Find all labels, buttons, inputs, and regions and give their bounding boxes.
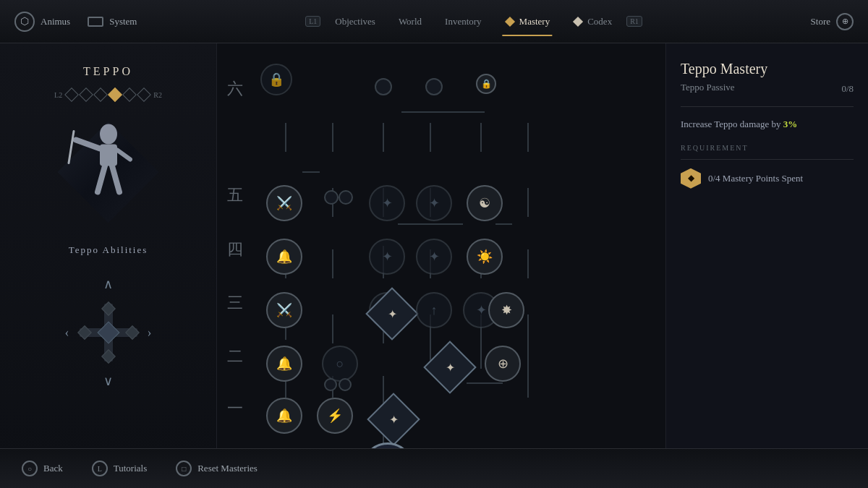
skill-node-5-col3[interactable]: ✦ [416,185,452,221]
skill-node-5-col4[interactable]: ☯ [467,185,503,221]
skill-node-1-col1[interactable]: 🔔 [266,398,302,434]
skill-node-5-sm1[interactable] [324,190,339,205]
skill-node-6-c2[interactable] [425,78,443,95]
skill-node-2-diamond[interactable]: ✦ [423,341,477,394]
skill-node-3-col1[interactable]: ⚔️ [266,292,302,328]
arrow-right-icon[interactable]: › [148,325,152,341]
reset-label: Reset Masteries [197,463,258,474]
skill-node-3-special[interactable]: ✦ [365,287,419,341]
skill-node-4-col2[interactable]: ✦ [369,239,405,275]
skill-node-4-col4[interactable]: ☀️ [467,239,503,275]
row-label-2: 二 [227,346,243,367]
animus-icon: ⬡ [14,12,35,32]
row-label-6: 六 [227,78,243,100]
passive-description: Increase Teppo damage by 3% [681,117,854,132]
skill-node-6-lock[interactable]: 🔒 [260,64,292,95]
world-label: World [399,16,422,27]
skill-node-3-star[interactable]: ✸ [488,292,524,328]
skill-node-5-col1[interactable]: ⚔️ [266,185,302,221]
skill-node-5-col2[interactable]: ✦ [369,185,405,221]
row-label-5: 五 [227,184,243,206]
mastery-dot-6[interactable] [137,87,151,102]
skill-node-2-col2[interactable]: ○ [322,346,358,382]
skill-node-6-lock2[interactable]: 🔒 [476,74,496,94]
row1-sm2[interactable] [339,378,352,391]
r2-tag: R2 [153,91,162,99]
arrow-left-icon[interactable]: ‹ [65,325,69,341]
character-label: Teppo Abilities [69,244,148,256]
codex-label: Codex [587,16,612,27]
mastery-dot-1[interactable] [64,87,79,102]
mastery-title: Teppo Mastery [681,61,854,77]
arrow-down-icon[interactable]: ∨ [103,374,113,388]
animus-nav-item[interactable]: ⬡ Animus [14,12,70,32]
skill-node-1-col2[interactable]: ⚡ [317,398,353,434]
store-button[interactable]: Store ⊕ [811,13,854,30]
objectives-label: Objectives [335,16,375,27]
row1-sm1[interactable] [324,378,337,391]
right-info-panel: Teppo Mastery Teppo Passive 0/8 Increase… [665,43,868,488]
left-character-panel: TEPPO L2 R2 [0,43,217,488]
store-icon: ⊕ [836,13,854,30]
skill-node-2-col4[interactable]: ⊕ [485,346,521,382]
skill-node-1-diamond[interactable]: ✦ [367,393,420,446]
skill-node-3-col3[interactable]: ↑ [416,292,452,328]
req-text: 0/4 Mastery Points Spent [708,173,803,184]
row-label-1: 一 [227,398,243,419]
vertical-nav-arrows: ∧ [103,278,113,291]
tutorials-label: Tutorials [114,463,147,474]
codex-tab[interactable]: Codex [564,13,621,30]
character-name: TEPPO [83,65,133,78]
skill-node-2-col1[interactable]: 🔔 [266,346,302,382]
tutorials-button[interactable]: L Tutorials [92,461,147,476]
nav-cross: ‹ › [72,296,145,369]
mastery-dots-row: L2 R2 [54,90,162,100]
mastery-label: Mastery [519,16,550,27]
mastery-dot-2[interactable] [79,87,93,102]
svg-line-6 [69,132,74,163]
skill-node-4-col1[interactable]: 🔔 [266,239,302,275]
mastery-tab[interactable]: Mastery [496,13,559,30]
l1-tag: L1 [305,16,320,27]
svg-point-0 [100,124,117,145]
character-portrait [51,114,166,230]
svg-line-3 [117,150,130,160]
world-tab[interactable]: World [390,13,430,30]
skill-node-4-col3[interactable]: ✦ [416,239,452,275]
nav-left-group: ⬡ Animus System [14,12,137,32]
row-label-3: 三 [227,292,243,314]
character-figure [65,120,152,225]
tutorials-icon: L [92,461,108,476]
mastery-dot-5[interactable] [122,87,137,102]
row-label-4: 四 [227,239,243,260]
l2-tag: L2 [54,91,62,99]
panel-divider-1 [681,106,854,107]
store-label: Store [811,16,830,27]
inventory-tab[interactable]: Inventory [436,13,490,30]
back-label: Back [43,463,63,474]
codex-diamond-icon [573,16,583,26]
vertical-nav-arrows-down: ∨ [103,374,113,388]
mastery-dot-3[interactable] [93,87,108,102]
passive-progress: 0/8 [841,83,854,95]
req-divider [681,159,854,160]
mastery-diamond-icon [505,16,515,26]
nav-right-group: Store ⊕ [811,13,854,30]
arrow-up-icon[interactable]: ∧ [103,278,113,291]
root-mastery-node[interactable]: 習得 [362,442,414,448]
svg-line-2 [76,140,100,149]
system-icon [88,17,103,27]
skill-tree-area: 六 五 四 三 二 一 🔒 🔒 ⚔️ ✦ ✦ ☯ 🔔 ✦ ✦ ☀️ ⚔️ [217,43,637,448]
objectives-tab[interactable]: Objectives [326,13,384,30]
reset-masteries-button[interactable]: □ Reset Masteries [176,461,258,476]
inventory-label: Inventory [445,16,482,27]
r1-tag: R1 [626,16,642,27]
svg-line-4 [98,166,105,192]
skill-node-6-c1[interactable] [375,78,392,95]
system-nav-item[interactable]: System [88,16,137,27]
animus-label: Animus [41,16,70,27]
back-button[interactable]: ○ Back [22,461,63,476]
skill-node-5-sm2[interactable] [339,190,353,205]
mastery-dot-4-active[interactable] [108,87,122,102]
nav-center-group: L1 Objectives World Inventory Mastery Co… [137,13,810,30]
